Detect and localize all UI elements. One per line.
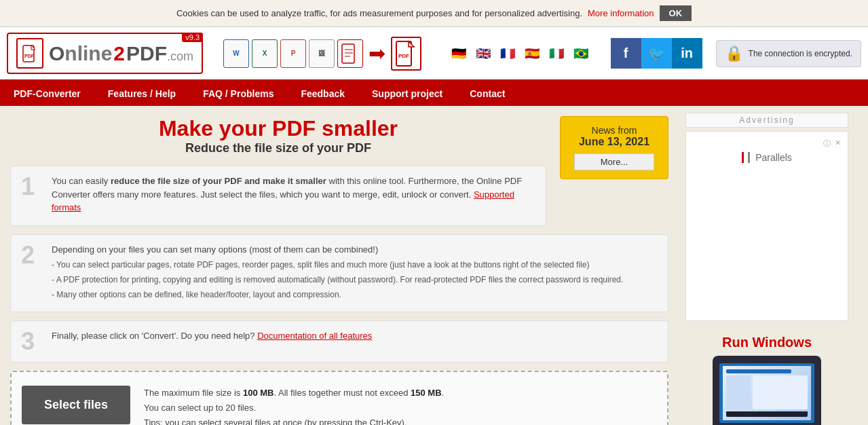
excel-icon: X (252, 39, 278, 68)
flag-es[interactable]: 🇪🇸 (523, 47, 542, 60)
nav-contact[interactable]: Contact (456, 81, 518, 106)
logo-text-online: Online (49, 42, 112, 65)
step-3-text-before: Finally, please click on 'Convert'. Do y… (52, 331, 255, 341)
upload-period: . (442, 388, 445, 398)
ppt-icon: P (280, 39, 306, 68)
converter-icons: W X P 🖼 ➡ PDF (223, 37, 421, 71)
step-3: 3 Finally, please click on 'Convert'. Do… (10, 320, 668, 363)
cookie-ok-button[interactable]: OK (660, 5, 692, 21)
step-1-number: 1 (21, 174, 41, 199)
svg-text:PDF: PDF (398, 53, 409, 59)
step-2: 2 Depending on your files you can set ma… (10, 234, 668, 313)
word-icon: W (223, 39, 249, 68)
logo-pdf-icon: PDF (16, 38, 43, 69)
convert-arrow: ➡ (369, 41, 385, 65)
pdf-output-icon: PDF (391, 37, 421, 71)
content-area: News from June 13, 2021 More... Make you… (0, 106, 679, 425)
facebook-button[interactable]: f (611, 38, 641, 69)
news-title: News from (574, 125, 654, 136)
run-windows-title: Run Windows (685, 335, 848, 350)
advertising-box: ⓘ ✕ Parallels (685, 131, 848, 321)
logo-text-pdf: PDF (126, 42, 167, 65)
step-1: 1 You can easily reduce the file size of… (10, 166, 546, 226)
step-3-number: 3 (21, 329, 41, 354)
step-2-sub2: - A PDF protection for printing, copying… (52, 274, 658, 286)
sidebar: Advertising ⓘ ✕ Parallels Run Windows (679, 106, 855, 425)
cookie-text: Cookies can be used to analyze traffic, … (176, 8, 582, 18)
upload-tip: Tips: you can select several files at on… (144, 415, 444, 425)
step-2-content: Depending on your files you can set many… (52, 243, 658, 304)
hero-section: News from June 13, 2021 More... Make you… (10, 116, 668, 155)
select-files-button[interactable]: Select files (22, 386, 130, 424)
upload-max-size-val: 100 MB (243, 388, 274, 398)
parallels-label: Parallels (755, 152, 792, 163)
upload-max-size-text: The maximum file size is (144, 388, 243, 398)
step-1-content: You can easily reduce the file size of y… (52, 174, 535, 217)
navigation: PDF-Converter Features / Help FAQ / Prob… (0, 81, 868, 106)
flag-gb[interactable]: 🇬🇧 (474, 47, 493, 60)
documentation-link[interactable]: Documentation of all features (257, 331, 372, 341)
linkedin-button[interactable]: in (672, 38, 702, 69)
ssl-text: The connection is encrypted. (749, 49, 852, 58)
news-more-link[interactable]: More... (574, 153, 654, 170)
ssl-badge: 🔒 The connection is encrypted. (716, 40, 861, 67)
svg-text:PDF: PDF (24, 54, 35, 58)
svg-rect-2 (342, 44, 354, 63)
logo-2: 2 (113, 42, 125, 65)
logo-link[interactable]: v9.3 PDF Online 2 PDF .com (7, 33, 203, 74)
upload-area: Select files The maximum file size is 10… (10, 371, 668, 425)
upload-info: The maximum file size is 100 MB. All fil… (144, 386, 444, 425)
header: v9.3 PDF Online 2 PDF .com W X P 🖼 (0, 27, 868, 81)
laptop-screen (719, 363, 814, 423)
nav-features-help[interactable]: Features / Help (94, 81, 189, 106)
news-date: June 13, 2021 (574, 136, 654, 148)
upload-max-total-text: . All files together must not exceed (273, 388, 411, 398)
news-box: News from June 13, 2021 More... (560, 116, 668, 179)
laptop-screen-inner (723, 366, 811, 420)
flag-it[interactable]: 🇮🇹 (547, 47, 566, 60)
image-icon: 🖼 (309, 39, 335, 68)
cookie-more-link[interactable]: More information (588, 8, 654, 18)
flag-de[interactable]: 🇩🇪 (449, 47, 468, 60)
nav-support-project[interactable]: Support project (358, 81, 456, 106)
flag-fr[interactable]: 🇫🇷 (498, 47, 517, 60)
upload-max-total-val: 150 MB (411, 388, 442, 398)
step-3-content: Finally, please click on 'Convert'. Do y… (52, 329, 658, 346)
advertising-label: Advertising (685, 113, 848, 128)
logo-com: .com (167, 50, 193, 64)
twitter-button[interactable]: 🐦 (641, 38, 672, 69)
other-icon (337, 39, 363, 68)
nav-feedback[interactable]: Feedback (287, 81, 358, 106)
step-2-number: 2 (21, 243, 41, 267)
ssl-lock-icon: 🔒 (725, 45, 743, 62)
step-2-sub3: - Many other options can be defined, lik… (52, 289, 658, 301)
step-1-bold: reduce the file size of your PDF and mak… (111, 176, 326, 186)
social-icons: f 🐦 in (611, 38, 702, 69)
language-flags: 🇩🇪 🇬🇧 🇫🇷 🇪🇸 🇮🇹 🇧🇷 (449, 47, 590, 60)
flag-br[interactable]: 🇧🇷 (571, 47, 590, 60)
nav-faq-problems[interactable]: FAQ / Problems (189, 81, 287, 106)
run-windows-section: Run Windows (685, 335, 848, 425)
step-1-text-before: You can easily (52, 176, 111, 186)
adv-close-icon[interactable]: ✕ (835, 138, 841, 149)
main-wrapper: News from June 13, 2021 More... Make you… (0, 106, 868, 425)
parallels-logo: Parallels (742, 152, 792, 163)
step-2-main: Depending on your files you can set many… (52, 243, 658, 257)
upload-files-count: You can select up to 20 files. (144, 401, 444, 415)
logo-version: v9.3 (182, 33, 203, 42)
nav-pdf-converter[interactable]: PDF-Converter (0, 81, 94, 106)
step-2-sub1: - You can select particular pages, rotat… (52, 259, 658, 271)
laptop-image (713, 356, 821, 425)
cookie-banner: Cookies can be used to analyze traffic, … (0, 0, 868, 27)
adv-info-icon[interactable]: ⓘ (823, 138, 831, 149)
